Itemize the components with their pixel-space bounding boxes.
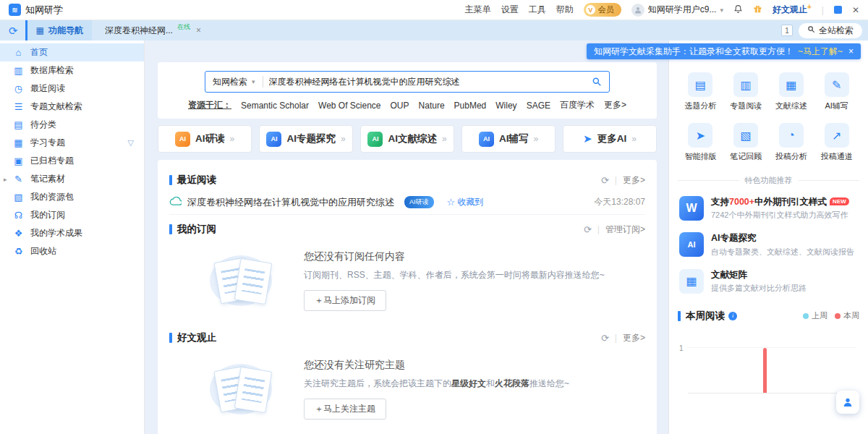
tab-document[interactable]: 深度卷积神经网... 在线 × — [96, 20, 210, 41]
book-icon: ▦ — [13, 137, 24, 148]
quick-ai-writing[interactable]: ✎AI辅写 — [814, 72, 859, 111]
recent-more-link[interactable]: 更多> — [623, 174, 645, 187]
sidebar-item-database-search[interactable]: ▥数据库检索 — [0, 61, 144, 80]
quick-note-review[interactable]: ▧笔记回顾 — [723, 123, 769, 162]
resource-link-semantic-scholar[interactable]: Semantic Scholar — [241, 101, 309, 111]
refresh-icon[interactable]: ⟳ — [9, 25, 18, 36]
manage-subscription-link[interactable]: 管理订阅> — [605, 224, 645, 236]
search-input[interactable] — [263, 77, 584, 87]
ai-writing-button[interactable]: AIAI辅写» — [461, 125, 556, 153]
recent-section-title: 最近阅读 — [177, 174, 216, 187]
feature-ai-topic-explore[interactable]: AI AI专题探究 自动专题聚类、文献综述、文献阅读报告 — [678, 226, 859, 263]
feature-literature-matrix[interactable]: ▦ 文献矩阵 提供多篇文献对比分析思路 — [678, 263, 859, 299]
search-button[interactable] — [584, 72, 609, 92]
empty-docs-illustration — [198, 358, 285, 420]
sidebar-item-home[interactable]: ⌂首页 — [0, 43, 144, 61]
haowen-empty-state: 您还没有关注研究主题 关注研究主题后，系统会把该主题下的星级好文和火花段落推送给… — [169, 348, 645, 432]
sidebar-item-archived-topics[interactable]: ▣已归档专题 — [0, 152, 144, 170]
chevron-right-icon[interactable]: ▸ — [4, 176, 7, 183]
banner-close-icon[interactable]: × — [848, 46, 854, 56]
smart-typesetting-icon: ➤ — [688, 123, 712, 148]
resource-link-web-of-science[interactable]: Web Of Science — [318, 101, 380, 111]
topic-reading-icon: ▥ — [733, 72, 758, 97]
quick-literature-review[interactable]: ▦文献综述 — [769, 72, 814, 111]
divider: | — [615, 333, 617, 343]
tab-close-icon[interactable]: × — [196, 25, 201, 35]
filter-icon[interactable]: ▽ — [128, 138, 134, 148]
weekly-reading-title: 本周阅读 — [686, 310, 725, 323]
empty-title: 您还没有订阅任何内容 — [304, 250, 605, 263]
menu-settings[interactable]: 设置 — [501, 4, 519, 16]
notification-bell-icon[interactable] — [733, 4, 743, 16]
ai-writing-icon: ✎ — [825, 72, 849, 97]
quick-topic-analysis[interactable]: ▤选题分析 — [678, 72, 723, 111]
sidebar-item-note-material[interactable]: ▸✎笔记素材 — [0, 170, 144, 188]
resources-label: 资源干汇： — [188, 99, 231, 111]
refresh-icon[interactable]: ⟳ — [601, 175, 609, 186]
search-engine-selector[interactable]: 知网检索▾ — [205, 76, 263, 88]
site-search-input[interactable]: 全站检索 — [799, 23, 862, 38]
quick-smart-typesetting[interactable]: ➤智能排版 — [678, 123, 723, 162]
sidebar-item-unclassified[interactable]: ▤待分类 — [0, 116, 144, 134]
ai-topic-explore-button[interactable]: AIAI专题探究» — [259, 125, 353, 153]
refresh-icon[interactable]: ⟳ — [601, 333, 609, 344]
resource-link-sage[interactable]: SAGE — [527, 101, 550, 111]
refresh-icon[interactable]: ⟳ — [584, 224, 592, 235]
sidebar-item-topic-literature-search[interactable]: ☰专题文献检索 — [0, 98, 144, 116]
favorite-button[interactable]: ☆收藏到 — [447, 196, 484, 208]
sidebar-item-study-topics[interactable]: ▦学习专题▽ — [0, 134, 144, 152]
haowen-more-link[interactable]: 更多> — [623, 332, 645, 344]
resource-link-baidu-xueshu[interactable]: 百度学术 — [560, 99, 595, 111]
ai-literature-review-button[interactable]: AIAI文献综述» — [360, 125, 454, 153]
vip-badge[interactable]: V会员 — [584, 3, 621, 17]
recent-item-time: 今天13:28:07 — [594, 196, 645, 208]
info-icon[interactable]: i — [728, 312, 737, 320]
menu-help[interactable]: 帮助 — [556, 4, 574, 16]
topic-analysis-icon: ▤ — [688, 72, 712, 97]
page-count-badge[interactable]: 1 — [781, 25, 793, 36]
quick-submission-analysis[interactable]: ◔投稿分析 — [769, 123, 814, 162]
ai-read-button[interactable]: AIAI研读» — [158, 125, 252, 153]
resource-link-wiley[interactable]: Wiley — [495, 101, 516, 111]
haowen-quick-link[interactable]: 好文观止+ — [773, 4, 812, 16]
gift-icon[interactable] — [753, 4, 762, 16]
ai-review-icon: AI — [367, 132, 383, 147]
user-account[interactable]: 知网研学用户c9... ▾ — [631, 4, 723, 17]
resource-link-pubmed[interactable]: PubMed — [454, 101, 487, 111]
promo-banner[interactable]: 知网研学文献采集助手：让题录和全文获取更方便！ ~马上了解~ × — [587, 43, 861, 59]
sidebar-item-recycle-bin[interactable]: ♻回收站 — [0, 242, 144, 260]
window-widget-icon[interactable] — [834, 6, 842, 14]
home-icon: ⌂ — [13, 47, 24, 58]
recent-item[interactable]: 深度卷积神经网络在计算机视觉中的应用研究综述 AI研读 ☆收藏到 今天13:28… — [169, 190, 645, 215]
feature-citation-styles[interactable]: W 支持7000+中外期刊引文样式NEW 7242个中外期刊引文样式助力高效写作 — [678, 190, 859, 226]
add-subscription-button[interactable]: ＋马上添加订阅 — [304, 290, 386, 311]
follow-topic-button[interactable]: ＋马上关注主题 — [304, 399, 386, 420]
ai-read-badge[interactable]: AI研读 — [404, 196, 434, 208]
featured-title: 特色功能推荐 — [678, 175, 859, 186]
star-icon: ☆ — [447, 197, 456, 208]
resource-link-more[interactable]: 更多> — [604, 99, 626, 111]
weekly-reading-chart: 1 — [678, 331, 859, 401]
menu-tools[interactable]: 工具 — [529, 4, 546, 16]
sidebar-item-subscriptions[interactable]: ☊我的订阅 — [0, 206, 144, 224]
promo-banner-link[interactable]: ~马上了解~ — [798, 46, 843, 58]
chat-assistant-button[interactable] — [836, 391, 859, 414]
chevron-down-icon: ▾ — [720, 7, 723, 14]
quick-topic-reading[interactable]: ▥专题阅读 — [723, 72, 769, 111]
tab-function-nav[interactable]: ▦ 功能导航 — [25, 20, 92, 41]
close-icon[interactable]: ✕ — [852, 5, 859, 15]
more-ai-button[interactable]: ➤更多AI» — [563, 125, 657, 153]
menu-main[interactable]: 主菜单 — [465, 4, 491, 16]
recent-item-title[interactable]: 深度卷积神经网络在计算机视觉中的应用研究综述 — [187, 196, 394, 209]
promo-banner-text: 知网研学文献采集助手：让题录和全文获取更方便！ — [594, 46, 793, 58]
resource-link-oup[interactable]: OUP — [391, 101, 409, 111]
chevron-icon: » — [631, 134, 637, 144]
haowen-section-header: 好文观止 ⟳ | 更多> — [169, 328, 645, 348]
quick-submission-channel[interactable]: ↗投稿通道 — [814, 123, 859, 162]
sidebar-item-resource-pack[interactable]: ▧我的资源包 — [0, 188, 144, 206]
resource-link-nature[interactable]: Nature — [419, 101, 445, 111]
rss-icon: ☊ — [13, 210, 24, 221]
sidebar-item-academic-achievements[interactable]: ❖我的学术成果 — [0, 224, 144, 242]
chevron-icon: » — [533, 134, 538, 144]
sidebar-item-recent-reading[interactable]: ◷最近阅读 — [0, 80, 144, 98]
